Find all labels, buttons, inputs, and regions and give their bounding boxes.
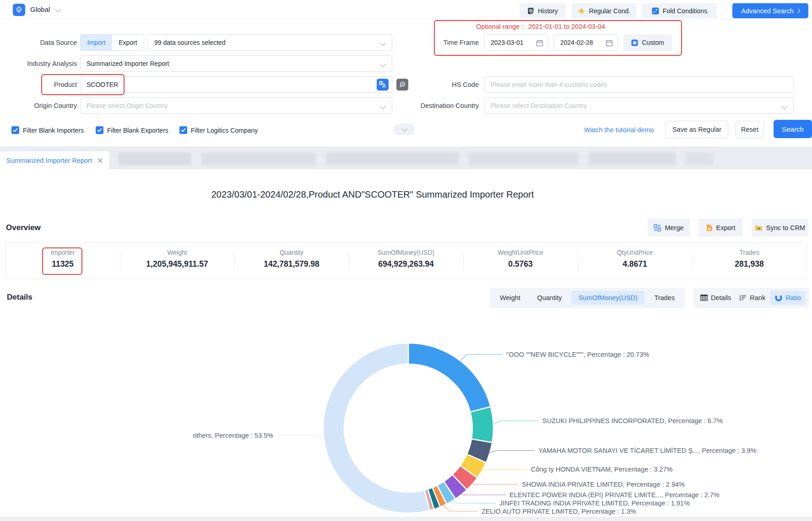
chart-label-line — [461, 494, 506, 495]
origin-country-select[interactable]: Please select Origin Country — [80, 97, 392, 114]
translate-icon[interactable] — [377, 79, 389, 91]
top-bar: Global History Regular Cond. Fold Condit… — [0, 0, 812, 20]
chart-label: YAMAHA MOTOR SANAYI VE TİCARET LİMİTED Ş… — [538, 446, 757, 454]
destination-country-select[interactable]: Please select Destination Country — [484, 97, 794, 114]
metric-toggle-group: Weight Quantity SumOfMoney(USD) Trades — [490, 288, 685, 308]
industry-analysis-select[interactable]: Summarized Importer Report — [80, 55, 392, 72]
product-input[interactable] — [80, 76, 392, 93]
view-toggle-group: Details Rank Ratio — [693, 288, 809, 308]
export-file-icon — [706, 224, 713, 231]
filter-logistics-company-checkbox[interactable]: Filter Logitics Company — [179, 126, 258, 134]
chevron-down-icon — [380, 40, 386, 46]
pie-chart-icon — [775, 294, 782, 301]
import-tab[interactable]: Import — [81, 35, 112, 50]
blurred-content — [326, 152, 459, 165]
stat-qty-unit-price: QtyUnitPrice 4.8671 — [578, 243, 692, 279]
chart-label: SHOWA INDIA PRIVATE LIMITED, Percentage … — [522, 481, 685, 488]
search-button[interactable]: Search — [774, 120, 812, 138]
chevron-down-icon[interactable] — [55, 6, 61, 12]
next-section-edge — [0, 517, 812, 521]
sync-to-crm-button[interactable]: Sync to CRM — [752, 219, 808, 236]
chart-label: Công ty HONDA VIETNAM, Percentage : 3.27… — [531, 466, 673, 473]
tutorial-link[interactable]: Watch the tutorial demo — [584, 126, 654, 134]
fold-conditions-button[interactable]: Fold Conditions — [642, 3, 717, 18]
custom-range-button[interactable]: Custom — [623, 34, 672, 51]
region-selector-label[interactable]: Global — [30, 5, 50, 13]
data-source-label: Data Source — [0, 34, 77, 51]
collapse-form-button[interactable] — [394, 124, 415, 135]
chevron-down-icon — [781, 103, 787, 109]
hs-code-label: HS Code — [412, 76, 479, 93]
industry-analysis-label: Industry Analysis — [0, 55, 77, 72]
star-icon — [578, 7, 585, 15]
pie-slice-0[interactable] — [408, 343, 491, 412]
end-date-input[interactable] — [554, 34, 618, 51]
blurred-content — [589, 152, 676, 165]
filter-blank-exporters-checkbox[interactable]: Filter Blank Exporters — [96, 126, 168, 134]
view-tab-details[interactable]: Details — [697, 291, 735, 305]
start-date-input[interactable] — [484, 34, 548, 51]
app-window: Global History Regular Cond. Fold Condit… — [0, 0, 812, 521]
fold-icon — [652, 7, 659, 15]
chart-label-line — [444, 505, 478, 511]
merge-icon — [654, 224, 661, 231]
reset-button[interactable]: Reset — [736, 121, 764, 138]
view-tab-ratio[interactable]: Ratio — [770, 291, 806, 305]
chart-label-line — [460, 354, 503, 361]
regular-conditions-button[interactable]: Regular Cond. — [572, 3, 636, 18]
chart-label: ELENTEC POWER INDIA (EPI) PRIVATE LIMITE… — [509, 491, 720, 499]
checkbox-checked-icon[interactable] — [11, 126, 19, 134]
global-region-icon — [13, 4, 25, 16]
checkbox-checked-icon[interactable] — [179, 126, 187, 134]
details-heading: Details — [7, 293, 32, 302]
export-tab[interactable]: Export — [112, 35, 144, 50]
filter-blank-importers-checkbox[interactable]: Filter Blank Importers — [11, 126, 84, 134]
metric-tab-sum-of-money[interactable]: SumOfMoney(USD) — [572, 291, 644, 305]
chart-label-line — [472, 484, 518, 484]
pie-slice-1[interactable] — [470, 407, 493, 442]
chevron-down-icon — [401, 126, 407, 132]
report-title: 2023/03/01-2024/02/28,Product AND"SCOOTE… — [0, 189, 745, 200]
export-button[interactable]: Export — [699, 219, 742, 236]
calendar-icon[interactable] — [536, 39, 543, 47]
stat-weight-unit-price: WeightUnitPrice 0.5763 — [463, 243, 578, 279]
data-sources-select[interactable]: 99 data sources selected — [148, 34, 392, 51]
overview-heading: Overview — [6, 223, 41, 232]
chart-label-line — [482, 469, 527, 471]
tab-summarized-importer-report[interactable]: Summarized Importer Report — [0, 151, 109, 169]
product-value[interactable] — [81, 77, 392, 92]
metric-tab-quantity[interactable]: Quantity — [530, 291, 568, 305]
view-tab-rank[interactable]: Rank — [736, 291, 769, 305]
pie-slice-10[interactable] — [323, 343, 430, 513]
stat-quantity: Quantity 142,781,579.98 — [234, 243, 349, 279]
time-frame-label: Time Frame — [412, 34, 479, 51]
chart-label-line — [451, 502, 496, 503]
metric-tab-trades[interactable]: Trades — [647, 291, 682, 305]
custom-icon — [631, 39, 638, 46]
hs-code-value[interactable] — [485, 77, 793, 92]
calendar-icon[interactable] — [606, 39, 613, 47]
chart-label: JINFEI TRADING INDIA PRIVATE LIMITED, Pe… — [499, 500, 690, 507]
metric-tab-weight[interactable]: Weight — [493, 291, 527, 305]
data-source-toggle: Import Export — [80, 34, 144, 51]
report-tab-bar: Summarized Importer Report — [0, 146, 812, 169]
stat-trades: Trades 281,938 — [692, 243, 807, 279]
checkbox-checked-icon[interactable] — [96, 126, 103, 134]
save-as-regular-button[interactable]: Save as Regular — [666, 121, 728, 138]
merge-button[interactable]: Merge — [648, 219, 690, 236]
history-button[interactable]: History — [520, 3, 566, 18]
close-tab-icon[interactable] — [97, 158, 103, 163]
chevron-down-icon — [380, 103, 386, 109]
table-icon — [700, 295, 708, 301]
chart-label-line — [277, 435, 324, 439]
chart-label: "OOO ""NEW BICYCLE""", Percentage : 20.7… — [506, 351, 649, 358]
chart-label-line — [490, 451, 535, 453]
chevron-right-icon — [796, 9, 800, 13]
advanced-search-button[interactable]: Advanced Search — [732, 3, 808, 18]
fuzzy-search-icon[interactable] — [396, 79, 408, 91]
hs-code-input[interactable] — [484, 76, 794, 93]
chevron-down-icon — [380, 61, 386, 67]
chart-label: ZELIO AUTO PRIVATE LIMITED, Percentage :… — [482, 508, 636, 515]
destination-country-label: Destination Country — [403, 97, 479, 114]
blurred-content — [686, 152, 713, 165]
